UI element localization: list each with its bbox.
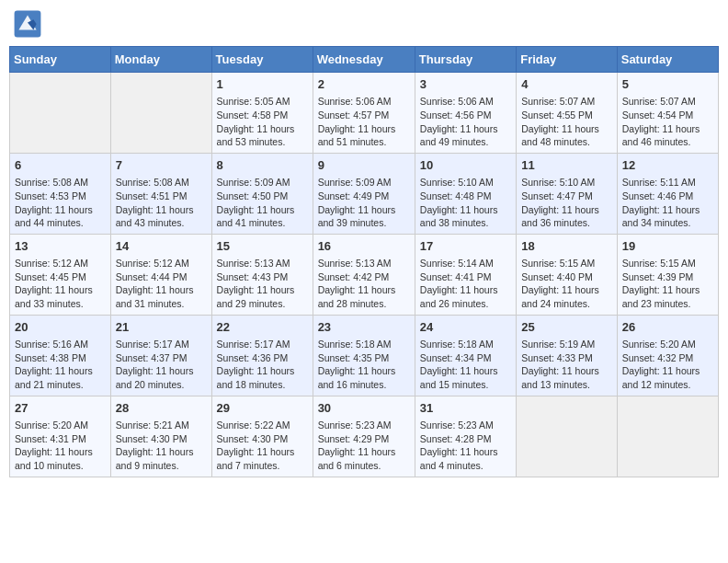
calendar-cell: 10Sunrise: 5:10 AM Sunset: 4:48 PM Dayli… (415, 153, 516, 234)
week-row-3: 13Sunrise: 5:12 AM Sunset: 4:45 PM Dayli… (10, 234, 719, 315)
cell-info: Sunrise: 5:16 AM Sunset: 4:38 PM Dayligh… (15, 338, 106, 392)
day-number: 26 (622, 319, 713, 336)
calendar-cell (110, 73, 211, 154)
logo (13, 9, 46, 39)
calendar-cell: 5Sunrise: 5:07 AM Sunset: 4:54 PM Daylig… (617, 73, 718, 154)
calendar-cell: 20Sunrise: 5:16 AM Sunset: 4:38 PM Dayli… (10, 315, 111, 396)
calendar-cell: 12Sunrise: 5:11 AM Sunset: 4:46 PM Dayli… (617, 153, 718, 234)
cell-info: Sunrise: 5:15 AM Sunset: 4:39 PM Dayligh… (622, 257, 713, 311)
cell-info: Sunrise: 5:13 AM Sunset: 4:43 PM Dayligh… (217, 257, 308, 311)
calendar-cell: 14Sunrise: 5:12 AM Sunset: 4:44 PM Dayli… (110, 234, 211, 315)
calendar-cell: 13Sunrise: 5:12 AM Sunset: 4:45 PM Dayli… (10, 234, 111, 315)
cell-info: Sunrise: 5:22 AM Sunset: 4:30 PM Dayligh… (217, 419, 308, 473)
week-row-1: 1Sunrise: 5:05 AM Sunset: 4:58 PM Daylig… (10, 73, 719, 154)
calendar-cell: 7Sunrise: 5:08 AM Sunset: 4:51 PM Daylig… (110, 153, 211, 234)
cell-info: Sunrise: 5:17 AM Sunset: 4:36 PM Dayligh… (217, 338, 308, 392)
cell-info: Sunrise: 5:10 AM Sunset: 4:47 PM Dayligh… (521, 176, 612, 230)
week-row-5: 27Sunrise: 5:20 AM Sunset: 4:31 PM Dayli… (10, 396, 719, 477)
cell-info: Sunrise: 5:17 AM Sunset: 4:37 PM Dayligh… (116, 338, 207, 392)
cell-info: Sunrise: 5:06 AM Sunset: 4:57 PM Dayligh… (318, 95, 410, 149)
calendar-cell: 18Sunrise: 5:15 AM Sunset: 4:40 PM Dayli… (517, 234, 618, 315)
day-number: 7 (116, 157, 207, 174)
calendar-cell: 2Sunrise: 5:06 AM Sunset: 4:57 PM Daylig… (313, 73, 415, 154)
day-number: 27 (15, 400, 106, 417)
day-number: 1 (217, 76, 308, 93)
day-number: 6 (15, 157, 106, 174)
cell-info: Sunrise: 5:20 AM Sunset: 4:31 PM Dayligh… (15, 419, 106, 473)
calendar-header-row: SundayMondayTuesdayWednesdayThursdayFrid… (10, 47, 719, 73)
calendar-cell: 4Sunrise: 5:07 AM Sunset: 4:55 PM Daylig… (517, 73, 618, 154)
calendar-cell: 3Sunrise: 5:06 AM Sunset: 4:56 PM Daylig… (415, 73, 516, 154)
cell-info: Sunrise: 5:05 AM Sunset: 4:58 PM Dayligh… (217, 95, 308, 149)
calendar-cell (617, 396, 718, 477)
cell-info: Sunrise: 5:20 AM Sunset: 4:32 PM Dayligh… (622, 338, 713, 392)
cell-info: Sunrise: 5:09 AM Sunset: 4:50 PM Dayligh… (217, 176, 308, 230)
calendar-cell: 22Sunrise: 5:17 AM Sunset: 4:36 PM Dayli… (211, 315, 313, 396)
calendar-cell: 15Sunrise: 5:13 AM Sunset: 4:43 PM Dayli… (211, 234, 313, 315)
calendar-cell: 1Sunrise: 5:05 AM Sunset: 4:58 PM Daylig… (211, 73, 313, 154)
day-number: 24 (420, 319, 511, 336)
day-header-tuesday: Tuesday (211, 47, 313, 73)
day-number: 25 (521, 319, 612, 336)
cell-info: Sunrise: 5:14 AM Sunset: 4:41 PM Dayligh… (420, 257, 511, 311)
cell-info: Sunrise: 5:08 AM Sunset: 4:53 PM Dayligh… (15, 176, 106, 230)
calendar-cell: 11Sunrise: 5:10 AM Sunset: 4:47 PM Dayli… (517, 153, 618, 234)
cell-info: Sunrise: 5:15 AM Sunset: 4:40 PM Dayligh… (521, 257, 612, 311)
day-number: 21 (116, 319, 207, 336)
cell-info: Sunrise: 5:23 AM Sunset: 4:29 PM Dayligh… (318, 419, 410, 473)
day-number: 22 (217, 319, 308, 336)
calendar-cell: 24Sunrise: 5:18 AM Sunset: 4:34 PM Dayli… (415, 315, 516, 396)
cell-info: Sunrise: 5:12 AM Sunset: 4:44 PM Dayligh… (116, 257, 207, 311)
calendar-cell: 31Sunrise: 5:23 AM Sunset: 4:28 PM Dayli… (415, 396, 516, 477)
cell-info: Sunrise: 5:21 AM Sunset: 4:30 PM Dayligh… (116, 419, 207, 473)
day-number: 17 (420, 238, 511, 255)
day-number: 15 (217, 238, 308, 255)
cell-info: Sunrise: 5:09 AM Sunset: 4:49 PM Dayligh… (318, 176, 410, 230)
day-header-friday: Friday (517, 47, 618, 73)
day-number: 30 (318, 400, 410, 417)
cell-info: Sunrise: 5:06 AM Sunset: 4:56 PM Dayligh… (420, 95, 511, 149)
calendar-cell: 19Sunrise: 5:15 AM Sunset: 4:39 PM Dayli… (617, 234, 718, 315)
week-row-4: 20Sunrise: 5:16 AM Sunset: 4:38 PM Dayli… (10, 315, 719, 396)
calendar-cell: 6Sunrise: 5:08 AM Sunset: 4:53 PM Daylig… (10, 153, 111, 234)
cell-info: Sunrise: 5:18 AM Sunset: 4:35 PM Dayligh… (318, 338, 410, 392)
calendar-cell: 16Sunrise: 5:13 AM Sunset: 4:42 PM Dayli… (313, 234, 415, 315)
day-number: 11 (521, 157, 612, 174)
calendar-cell: 27Sunrise: 5:20 AM Sunset: 4:31 PM Dayli… (10, 396, 111, 477)
day-number: 2 (318, 76, 410, 93)
calendar-cell: 8Sunrise: 5:09 AM Sunset: 4:50 PM Daylig… (211, 153, 313, 234)
calendar-cell: 25Sunrise: 5:19 AM Sunset: 4:33 PM Dayli… (517, 315, 618, 396)
day-number: 20 (15, 319, 106, 336)
cell-info: Sunrise: 5:08 AM Sunset: 4:51 PM Dayligh… (116, 176, 207, 230)
cell-info: Sunrise: 5:19 AM Sunset: 4:33 PM Dayligh… (521, 338, 612, 392)
day-number: 23 (318, 319, 410, 336)
day-header-wednesday: Wednesday (313, 47, 415, 73)
cell-info: Sunrise: 5:12 AM Sunset: 4:45 PM Dayligh… (15, 257, 106, 311)
logo-icon (13, 9, 42, 39)
calendar-cell (517, 396, 618, 477)
calendar-cell: 28Sunrise: 5:21 AM Sunset: 4:30 PM Dayli… (110, 396, 211, 477)
day-number: 14 (116, 238, 207, 255)
day-number: 8 (217, 157, 308, 174)
calendar-cell: 23Sunrise: 5:18 AM Sunset: 4:35 PM Dayli… (313, 315, 415, 396)
cell-info: Sunrise: 5:10 AM Sunset: 4:48 PM Dayligh… (420, 176, 511, 230)
day-number: 4 (521, 76, 612, 93)
day-header-thursday: Thursday (415, 47, 516, 73)
cell-info: Sunrise: 5:13 AM Sunset: 4:42 PM Dayligh… (318, 257, 410, 311)
day-header-monday: Monday (110, 47, 211, 73)
calendar-cell: 9Sunrise: 5:09 AM Sunset: 4:49 PM Daylig… (313, 153, 415, 234)
calendar-cell: 17Sunrise: 5:14 AM Sunset: 4:41 PM Dayli… (415, 234, 516, 315)
day-number: 3 (420, 76, 511, 93)
cell-info: Sunrise: 5:07 AM Sunset: 4:54 PM Dayligh… (622, 95, 713, 149)
day-number: 9 (318, 157, 410, 174)
day-number: 29 (217, 400, 308, 417)
day-number: 12 (622, 157, 713, 174)
calendar-cell: 30Sunrise: 5:23 AM Sunset: 4:29 PM Dayli… (313, 396, 415, 477)
day-number: 16 (318, 238, 410, 255)
calendar-cell: 26Sunrise: 5:20 AM Sunset: 4:32 PM Dayli… (617, 315, 718, 396)
calendar-cell (10, 73, 111, 154)
day-number: 5 (622, 76, 713, 93)
calendar-cell: 21Sunrise: 5:17 AM Sunset: 4:37 PM Dayli… (110, 315, 211, 396)
day-number: 31 (420, 400, 511, 417)
cell-info: Sunrise: 5:11 AM Sunset: 4:46 PM Dayligh… (622, 176, 713, 230)
